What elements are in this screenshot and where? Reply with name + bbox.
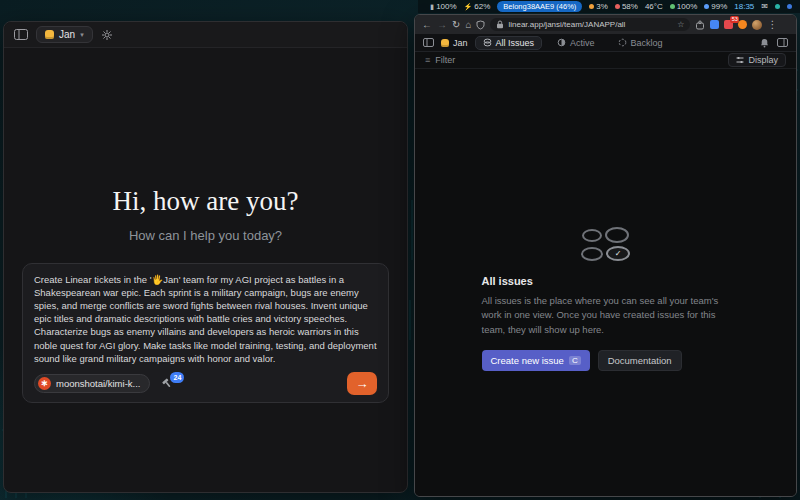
tab-label: Active [570,38,595,48]
tab-all-issues[interactable]: All Issues [475,36,543,50]
temperature-indicator: 46°C [645,2,663,11]
greeting-title: Hi, how are you? [4,186,407,217]
jan-main-area: Hi, how are you? How can I help you toda… [4,48,407,492]
send-button[interactable]: → [347,372,377,395]
notifications-bell-icon[interactable] [760,38,769,48]
issue-oval-icon [581,247,603,261]
tab-label: Backlog [631,38,663,48]
shortcut-badge: C [569,356,581,365]
linear-filter-bar: ≡ Filter Display [415,52,796,69]
stat-a-icon [670,4,675,9]
tools-button[interactable]: 24 [162,378,173,389]
power-indicator: ⚡62% [464,2,491,11]
tray-icon-blue[interactable] [787,4,792,9]
stat-b-indicator: 99% [704,2,727,11]
hand-emoji-icon [441,39,449,47]
network-indicator[interactable]: Belong38AAE9 (46%) [497,1,582,12]
tab-active[interactable]: Active [549,36,603,50]
extension-orange-icon[interactable] [738,20,747,29]
model-name: moonshotai/kimi-k... [56,378,140,389]
mail-tray-icon[interactable]: ✉ [761,2,768,11]
battery-indicator: ▮100% [430,2,456,11]
filter-icon: ≡ [425,55,430,65]
jan-titlebar[interactable]: Jan ▾ [4,22,407,48]
memory-indicator: 58% [615,2,638,11]
bookmark-star-icon[interactable]: ☆ [677,20,684,29]
tab-backlog[interactable]: Backlog [610,36,671,50]
create-new-issue-button[interactable]: Create new issue C [482,350,590,371]
issues-illustration: ✓ [576,227,636,261]
url-text: linear.app/jansi/team/JANAPP/all [508,20,673,29]
memory-icon [615,4,620,9]
cpu-indicator: 3% [589,2,608,11]
display-options-icon [736,56,744,64]
linear-top-nav: Jan All Issues Active Backlog [415,34,796,52]
stat-b-icon [704,4,709,9]
empty-state: ✓ All issues All issues is the place whe… [482,227,730,371]
model-provider-icon: ∗ [38,377,51,390]
nav-right-actions [760,38,788,48]
desktop-statusbar: ▮100% ⚡62% Belong38AAE9 (46%) 3% 58% 46°… [418,0,800,13]
linear-team-selector[interactable]: Jan [441,38,468,48]
hand-emoji-icon [45,30,54,39]
linear-team-label: Jan [453,38,468,48]
backlog-icon [618,38,627,47]
browser-window: ← → ↻ ⌂ linear.app/jansi/team/JANAPP/all… [414,14,797,497]
empty-state-title: All issues [482,275,730,287]
back-button[interactable]: ← [422,20,432,30]
extension-blue-icon[interactable] [710,20,719,29]
tray-icon-teal[interactable] [775,4,780,9]
shield-icon[interactable] [476,20,485,30]
right-panel-toggle-icon[interactable] [777,38,788,47]
documentation-button[interactable]: Documentation [598,350,682,371]
model-selector[interactable]: ∗ moonshotai/kimi-k... [34,374,150,393]
refresh-button[interactable]: ↻ [452,20,460,30]
stat-a-indicator: 100% [670,2,697,11]
active-icon [557,38,566,47]
tab-label: All Issues [496,38,535,48]
greeting-subtitle: How can I help you today? [4,228,407,243]
empty-state-actions: Create new issue C Documentation [482,350,730,371]
profile-avatar[interactable] [752,20,762,30]
check-icon: ✓ [615,250,622,258]
browser-menu-icon[interactable]: ⋮ [767,20,777,30]
extensions-puzzle-icon[interactable] [695,20,705,30]
all-issues-icon [483,38,492,47]
issue-oval-icon [582,229,602,242]
lock-icon [496,20,504,29]
address-bar[interactable]: linear.app/jansi/team/JANAPP/all ☆ [490,18,690,31]
linear-content: ✓ All issues All issues is the place whe… [415,69,796,496]
issue-done-oval-icon: ✓ [606,246,630,261]
linear-sidebar-toggle-icon[interactable] [423,38,434,47]
chat-input-card: Create Linear tickets in the '🖐Jan' team… [22,263,389,403]
home-button[interactable]: ⌂ [465,20,471,30]
display-button[interactable]: Display [728,53,786,67]
browser-toolbar[interactable]: ← → ↻ ⌂ linear.app/jansi/team/JANAPP/all… [415,15,796,34]
send-arrow-icon: → [356,376,369,391]
jan-team-selector[interactable]: Jan ▾ [36,26,93,43]
extension-red-icon[interactable]: 53 [724,20,733,29]
cpu-icon [589,4,594,9]
empty-state-description: All issues is the place where you can se… [482,294,730,337]
display-button-label: Display [748,55,778,65]
forward-button[interactable]: → [437,20,447,30]
create-new-issue-label: Create new issue [491,355,564,366]
settings-gear-icon[interactable] [101,29,113,41]
jan-app-window: Jan ▾ Hi, how are you? How can I help yo… [3,21,408,493]
tools-count-badge: 24 [170,372,184,383]
prompt-input[interactable]: Create Linear tickets in the '🖐Jan' team… [34,273,377,365]
bolt-icon: ⚡ [464,3,473,11]
battery-icon: ▮ [430,3,434,11]
issue-oval-icon [605,227,629,243]
input-toolbar: ∗ moonshotai/kimi-k... 24 → [34,372,377,395]
chevron-down-icon: ▾ [80,31,84,39]
jan-team-label: Jan [59,29,75,40]
sidebar-toggle-icon[interactable] [14,29,28,40]
filter-button[interactable]: Filter [435,55,455,65]
clock: 18:35 [734,2,754,11]
